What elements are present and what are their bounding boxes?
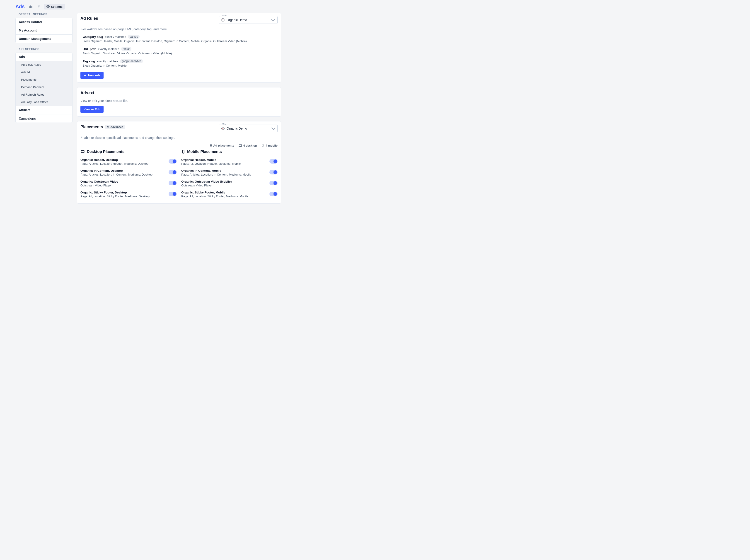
sidebar-item[interactable]: Domain Management <box>16 35 72 43</box>
rule-value-chip: games <box>128 35 140 39</box>
placements-title: Placements <box>80 125 103 129</box>
rule-effect: Block Organic: Header, Mobile, Organic: … <box>83 39 278 43</box>
placement-detail: Outstream Video Player <box>181 184 232 187</box>
new-rule-label: New rule <box>88 74 100 77</box>
document-icon[interactable] <box>36 4 42 9</box>
rule-value-chip: google analytics <box>120 59 143 63</box>
placement-toggle[interactable] <box>169 192 177 196</box>
sidebar-app-header: APP SETTINGS <box>15 47 73 53</box>
gear-icon <box>46 5 50 8</box>
placement-detail: Outstream Video Player <box>80 184 118 187</box>
rule-field: Tag slug <box>83 60 95 63</box>
placement-toggle[interactable] <box>169 159 177 164</box>
mobile-icon <box>261 144 264 147</box>
svg-rect-24 <box>81 151 84 153</box>
placement-toggle[interactable] <box>270 159 278 164</box>
placement-row[interactable]: Organic: Header, Desktop Page: Articles,… <box>80 156 177 167</box>
placement-detail: Page: All, Location: Sticky Footer, Medi… <box>181 195 248 198</box>
placement-name: Organic: Header, Mobile <box>181 158 241 161</box>
placement-toggle[interactable] <box>270 170 278 175</box>
placement-row[interactable]: Organic: Header, Mobile Page: All, Locat… <box>181 156 278 167</box>
placement-row[interactable]: Organic: Outstream Video (Mobile) Outstr… <box>181 178 278 189</box>
sidebar-item[interactable]: My Account <box>16 26 72 35</box>
svg-point-16 <box>108 127 109 127</box>
svg-point-9 <box>222 19 223 20</box>
sidebar-subitem[interactable]: Ad Refresh Rates <box>16 91 72 98</box>
plus-icon <box>84 74 87 77</box>
placement-detail: Page: Articles, Location: Header, Medium… <box>80 162 149 165</box>
adstxt-title: Ads.txt <box>80 91 94 95</box>
rule-effect: Block Organic: In Content, Mobile <box>83 64 278 67</box>
sidebar-item[interactable]: Access Control <box>16 18 72 26</box>
organic-logo-icon <box>221 18 225 22</box>
rule-row[interactable]: Category slug exactly matches games Bloc… <box>83 35 278 43</box>
rule-match: exactly matches <box>105 35 126 39</box>
placement-name: Organic: In Content, Desktop <box>80 169 153 173</box>
sidebar-subitem[interactable]: Demand Partners <box>16 83 72 91</box>
rule-row[interactable]: Tag slug exactly matches google analytic… <box>83 59 278 67</box>
site-select[interactable]: Organic Demo <box>219 16 278 24</box>
placement-detail: Page: Articles, Location: In Content, Me… <box>181 173 251 176</box>
mobile-heading: Mobile Placements <box>187 149 222 154</box>
placement-row[interactable]: Organic: In Content, Desktop Page: Artic… <box>80 167 177 178</box>
rule-value-chip: /data/ <box>121 47 132 51</box>
rule-effect: Block Organic: Outstream Video, Organic:… <box>83 52 278 55</box>
app-brand: Ads <box>15 4 25 9</box>
placement-detail: Page: Articles, Location: In Content, Me… <box>80 173 153 176</box>
sidebar-subitem[interactable]: Ads.txt <box>16 68 72 76</box>
adstxt-desc: View or edit your site's ads.txt file. <box>77 98 281 105</box>
desktop-heading: Desktop Placements <box>87 149 124 154</box>
placement-toggle[interactable] <box>169 170 177 175</box>
rule-row[interactable]: URL path exactly matches /data/ Block Or… <box>83 47 278 55</box>
mobile-icon <box>181 149 185 154</box>
rule-field: URL path <box>83 47 96 51</box>
sidebar-item-affiliate[interactable]: Affiliate <box>16 106 72 114</box>
sidebar-subitem[interactable]: Ad Block Rules <box>16 61 72 68</box>
ad-rules-title: Ad Rules <box>80 16 98 21</box>
sidebar-item-campaigns[interactable]: Campaigns <box>16 114 72 123</box>
organic-logo-icon <box>221 127 225 130</box>
svg-rect-2 <box>32 6 32 8</box>
sidebar-subitem[interactable]: Ad Lazy Load Offset <box>16 98 72 106</box>
svg-point-15 <box>107 126 108 127</box>
mobile-count: 4 mobile <box>265 144 278 147</box>
svg-rect-1 <box>31 6 31 8</box>
placement-row[interactable]: Organic: Sticky Footer, Mobile Page: All… <box>181 189 278 200</box>
desktop-count: 4 desktop <box>243 144 257 147</box>
site-select-value: Organic Demo <box>226 18 247 22</box>
placement-name: Organic: Sticky Footer, Desktop <box>80 191 150 194</box>
placement-toggle[interactable] <box>270 192 278 196</box>
placement-detail: Page: All, Location: Header, Mediums: Mo… <box>181 162 241 165</box>
placement-toggle[interactable] <box>270 181 278 185</box>
placements-total-label: Ad placements <box>213 144 234 147</box>
svg-rect-0 <box>29 6 30 8</box>
sidebar-item-ads[interactable]: Ads <box>16 53 72 61</box>
placement-row[interactable]: Organic: Sticky Footer, Desktop Page: Al… <box>80 189 177 200</box>
placements-total: 8 <box>210 144 212 147</box>
placements-desc: Enable or disable specific ad placements… <box>77 135 281 142</box>
sliders-icon <box>107 126 110 128</box>
settings-tab[interactable]: Settings <box>44 4 65 9</box>
placement-row[interactable]: Organic: Outstream Video Outstream Video… <box>80 178 177 189</box>
laptop-icon <box>80 149 85 154</box>
placement-name: Organic: Header, Desktop <box>80 158 149 161</box>
ad-rules-desc: Block/Allow ads based on page URL, categ… <box>77 26 281 33</box>
placement-toggle[interactable] <box>169 181 177 185</box>
svg-point-7 <box>47 6 48 7</box>
site-select-value-2: Organic Demo <box>226 127 247 130</box>
placement-name: Organic: Outstream Video (Mobile) <box>181 180 232 183</box>
new-rule-button[interactable]: New rule <box>80 72 103 79</box>
sidebar-subitem[interactable]: Placements <box>16 76 72 83</box>
rule-field: Category slug <box>83 35 103 39</box>
advanced-label: Advanced <box>110 125 123 129</box>
advanced-toggle[interactable]: Advanced <box>105 125 125 129</box>
placement-name: Organic: In Content, Mobile <box>181 169 251 173</box>
settings-tab-label: Settings <box>51 5 62 8</box>
adstxt-view-edit-button[interactable]: View or Edit <box>80 106 103 113</box>
site-select-2[interactable]: Organic Demo <box>219 125 278 132</box>
laptop-icon <box>238 144 242 147</box>
analytics-icon[interactable] <box>28 4 34 9</box>
rule-match: exactly matches <box>98 47 119 51</box>
placement-row[interactable]: Organic: In Content, Mobile Page: Articl… <box>181 167 278 178</box>
rule-match: exactly matches <box>97 60 118 63</box>
